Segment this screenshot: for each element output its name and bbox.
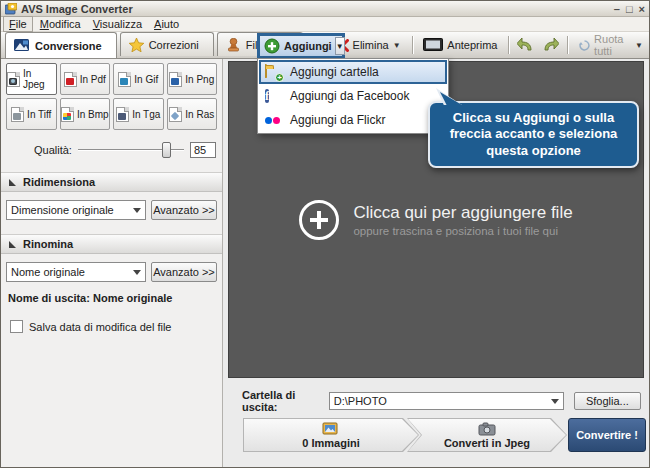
delete-dropdown-arrow[interactable]: ▼ xyxy=(393,41,401,50)
rename-select[interactable]: Nome originale xyxy=(6,262,146,282)
png-file-icon xyxy=(169,72,182,87)
rotate-dropdown-arrow[interactable]: ▼ xyxy=(635,41,643,50)
redo-button[interactable] xyxy=(538,34,562,56)
toolbar-separator xyxy=(508,36,509,54)
window-title: AVS Image Converter xyxy=(21,3,133,15)
star-icon xyxy=(129,38,144,52)
resize-selected-option: Dimensione originale xyxy=(11,204,114,216)
menu-item-add-facebook[interactable]: f Aggiungi da Facebook xyxy=(259,84,447,108)
resize-header-label: Ridimensiona xyxy=(23,176,95,188)
output-name-line: Nome di uscita: Nome originale xyxy=(8,292,217,304)
gif-file-icon xyxy=(118,72,131,87)
chevron-down-icon xyxy=(133,270,141,275)
format-button-pdf[interactable]: In Pdf xyxy=(60,63,111,95)
menu-item-label: Aggiungi da Flickr xyxy=(290,113,385,127)
add-files-plus-icon[interactable] xyxy=(299,200,339,240)
app-window: AVS Image Converter – □ × File Modifica … xyxy=(0,0,650,468)
undo-button[interactable] xyxy=(514,34,538,56)
add-button-label: Aggiungi xyxy=(284,40,332,52)
quality-value[interactable]: 85 xyxy=(190,142,216,158)
delete-button-label: Elimina xyxy=(353,39,389,51)
bmp-file-icon xyxy=(61,107,74,122)
slider-thumb[interactable] xyxy=(162,142,171,158)
format-button-gif[interactable]: In Gif xyxy=(113,63,164,95)
tooltip-text: Clicca su Aggiungi o sulla freccia accan… xyxy=(450,110,618,158)
rename-advanced-button[interactable]: Avanzato >> xyxy=(151,262,217,282)
add-plus-icon xyxy=(264,38,280,54)
format-label: In Gif xyxy=(134,74,158,85)
rename-section-header[interactable]: Rinomina xyxy=(1,234,222,254)
app-icon xyxy=(5,3,17,15)
title-bar: AVS Image Converter – □ × xyxy=(1,1,649,17)
menu-item-add-flickr[interactable]: Aggiungi da Flickr xyxy=(259,108,447,132)
rotate-all-button[interactable]: Ruota tutti ▼ xyxy=(573,34,649,56)
save-date-label: Salva data di modifica del file xyxy=(29,321,171,333)
minimize-button[interactable]: – xyxy=(614,4,620,14)
format-button-ras[interactable]: In Ras xyxy=(167,98,218,130)
format-button-tga[interactable]: In Tga xyxy=(113,98,164,130)
drop-area-subtitle: oppure trascina e posiziona i tuoi file … xyxy=(353,225,572,237)
collapse-triangle-icon xyxy=(9,179,16,186)
tutorial-tooltip: Clicca su Aggiungi o sulla freccia accan… xyxy=(428,101,639,168)
images-count-step: 0 Immagini xyxy=(243,418,419,452)
browse-button[interactable]: Sfoglia... xyxy=(574,392,641,410)
format-label: In Png xyxy=(185,74,214,85)
resize-row: Dimensione originale Avanzato >> xyxy=(6,200,217,220)
menu-visualizza[interactable]: Visualizza xyxy=(88,17,147,31)
toolbar-separator xyxy=(412,36,413,54)
chevron-down-icon xyxy=(551,399,559,404)
menu-item-label: Aggiungi da Facebook xyxy=(290,89,409,103)
output-folder-path: D:\PHOTO xyxy=(334,395,387,407)
pdf-file-icon xyxy=(64,72,77,87)
format-button-tiff[interactable]: In Tiff xyxy=(6,98,57,130)
tiff-file-icon xyxy=(11,107,24,122)
convert-to-label: Converti in Jpeg xyxy=(444,437,530,449)
resize-select[interactable]: Dimensione originale xyxy=(6,200,146,220)
stamp-icon xyxy=(226,38,241,52)
output-folder-label: Cartella di uscita: xyxy=(242,389,321,413)
format-label: In Ras xyxy=(185,109,214,120)
rename-row: Nome originale Avanzato >> xyxy=(6,262,217,282)
chevron-down-icon xyxy=(133,208,141,213)
flickr-icon xyxy=(265,113,282,128)
quality-slider[interactable] xyxy=(78,142,184,158)
format-label: In Tga xyxy=(132,109,160,120)
output-name-label: Nome di uscita: xyxy=(8,292,90,304)
resize-section-header[interactable]: Ridimensiona xyxy=(1,172,222,192)
format-label: In Jpeg xyxy=(23,68,56,90)
format-button-png[interactable]: In Png xyxy=(167,63,218,95)
menu-bar: File Modifica Visualizza Aiuto xyxy=(1,17,649,32)
save-date-checkbox[interactable] xyxy=(10,320,23,333)
format-label: In Bmp xyxy=(77,109,109,120)
tab-toolbar-band: Conversione Correzioni Filigrana xyxy=(1,32,649,59)
toolbar-separator xyxy=(567,36,568,54)
camera-icon xyxy=(478,422,496,436)
settings-panel: In Jpeg In Pdf In Gif In Png In Tiff In … xyxy=(1,59,223,467)
menu-modifica[interactable]: Modifica xyxy=(35,17,86,31)
output-folder-select[interactable]: D:\PHOTO xyxy=(329,392,564,410)
menu-item-add-folder[interactable]: + Aggiungi cartella xyxy=(259,60,447,84)
tab-correzioni[interactable]: Correzioni xyxy=(120,32,214,56)
save-date-row: Salva data di modifica del file xyxy=(10,320,217,333)
resize-advanced-button[interactable]: Avanzato >> xyxy=(151,200,217,220)
format-button-jpeg[interactable]: In Jpeg xyxy=(6,63,57,95)
format-button-bmp[interactable]: In Bmp xyxy=(60,98,111,130)
facebook-icon: f xyxy=(265,89,282,104)
add-button[interactable]: Aggiungi xyxy=(260,36,335,56)
tab-conversione[interactable]: Conversione xyxy=(5,32,117,58)
preview-button[interactable]: Anteprima xyxy=(417,34,503,56)
jpeg-file-icon xyxy=(7,72,20,87)
menu-aiuto[interactable]: Aiuto xyxy=(149,17,184,31)
add-dropdown-arrow[interactable]: ▼ xyxy=(335,37,345,55)
format-label: In Tiff xyxy=(27,109,51,120)
rename-selected-option: Nome originale xyxy=(11,266,85,278)
convert-to-step: Converti in Jpeg xyxy=(407,418,567,452)
add-dropdown-menu: + Aggiungi cartella f Aggiungi da Facebo… xyxy=(257,58,449,134)
menu-file[interactable]: File xyxy=(3,16,33,32)
maximize-button[interactable]: □ xyxy=(626,4,633,14)
close-button[interactable]: × xyxy=(639,4,645,14)
redo-icon xyxy=(541,37,559,53)
tab-label: Conversione xyxy=(35,40,102,52)
undo-icon xyxy=(517,37,535,53)
convert-button[interactable]: Convertire ! xyxy=(568,418,646,452)
